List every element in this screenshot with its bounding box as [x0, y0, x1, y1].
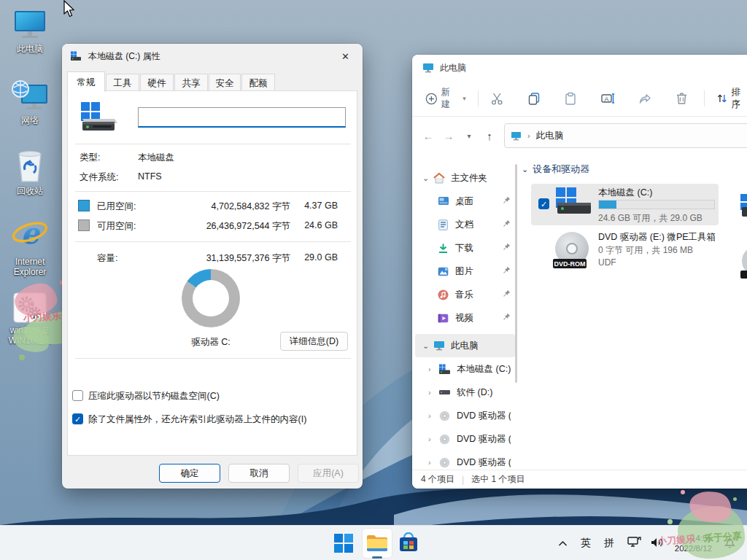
tab-hardware[interactable]: 硬件 [140, 74, 174, 91]
plus-circle-icon [425, 93, 438, 105]
capacity-size: 29.0 GB [287, 252, 338, 262]
desktop-icon-network[interactable]: 网络 [1, 79, 58, 125]
explorer-sidebar: ⌄ 主文件夹 桌面 文档 下载 图片 音乐 [412, 155, 518, 470]
network-icon[interactable] [627, 536, 642, 551]
dialog-titlebar[interactable]: 本地磁盘 (C:) 属性 ✕ [62, 44, 363, 69]
clock-date: 2022/8/12 [675, 543, 712, 553]
desktop-icon-internet-explorer[interactable]: e Internet Explorer [1, 211, 58, 277]
desktop-icon-win11-restore[interactable]: win11恢复 WIN10经... [1, 290, 58, 346]
sidebar-item-drive-f[interactable]: › DVD 驱动器 (F:) [415, 427, 515, 451]
free-space-label: 可用空间: [97, 220, 136, 233]
pin-icon [503, 243, 511, 253]
chevron-collapsed-icon[interactable]: › [428, 411, 438, 420]
desktop-icon-recycle-bin[interactable]: 回收站 [1, 149, 58, 196]
index-checkbox-label[interactable]: 除了文件属性外，还允许索引此驱动器上文件的内容(I) [88, 413, 306, 426]
downloads-icon [437, 242, 449, 254]
sidebar-scrollbar[interactable] [515, 164, 517, 383]
tile-checkbox[interactable]: ✓ [538, 198, 549, 209]
tab-tools[interactable]: 工具 [106, 74, 139, 91]
tab-security[interactable]: 安全 [209, 74, 241, 91]
tab-sharing[interactable]: 共享 [174, 74, 208, 91]
file-explorer-taskbar-button[interactable] [362, 528, 392, 559]
compress-checkbox-label[interactable]: 压缩此驱动器以节约磁盘空间(C) [88, 390, 220, 402]
chevron-collapsed-icon[interactable]: › [428, 365, 438, 373]
dvd-icon [438, 410, 451, 422]
desktop-icon-label: 此电脑 [1, 44, 58, 54]
chevron-expanded-icon[interactable]: ⌄ [422, 341, 433, 351]
desktop-icon-this-pc[interactable]: 此电脑 [1, 7, 58, 54]
sidebar-item-videos[interactable]: 视频 [415, 306, 515, 330]
sidebar-item-label: DVD 驱动器 (F:) [457, 456, 511, 469]
ok-button[interactable]: 确定 [159, 464, 220, 483]
used-space-size: 4.37 GB [287, 201, 338, 211]
sidebar-item-drive-e[interactable]: › DVD 驱动器 (E:) [415, 404, 515, 427]
sidebar-item-pictures[interactable]: 图片 [415, 260, 515, 283]
close-button[interactable]: ✕ [336, 50, 355, 63]
sidebar-item-home[interactable]: ⌄ 主文件夹 [415, 166, 515, 190]
cut-button[interactable] [484, 88, 510, 110]
sidebar-item-drive-c[interactable]: › 本地磁盘 (C:) [415, 357, 515, 381]
new-button[interactable]: 新建 ▾ [419, 82, 472, 115]
volume-icon[interactable] [650, 537, 664, 551]
sidebar-item-downloads[interactable]: 下载 [415, 236, 515, 260]
up-button[interactable]: ↑ [479, 130, 500, 142]
sidebar-item-this-pc[interactable]: ⌄ 此电脑 [415, 334, 515, 357]
copy-button[interactable] [522, 88, 546, 109]
forward-button[interactable]: → [438, 130, 459, 142]
compress-checkbox[interactable] [72, 390, 83, 401]
explorer-statusbar: 4 个项目 | 选中 1 个项目 [412, 470, 747, 489]
notification-bell-icon[interactable]: z [723, 536, 737, 551]
apply-button[interactable]: 应用(A) [298, 464, 359, 483]
sidebar-item-drive-d[interactable]: › 软件 (D:) [415, 381, 515, 404]
chevron-expanded-icon: ⌄ [522, 165, 528, 174]
sidebar-item-drive-overflow[interactable]: › DVD 驱动器 (F:) [415, 451, 515, 470]
group-header[interactable]: ⌄ 设备和驱动器 [522, 163, 589, 176]
breadcrumb[interactable]: › 此电脑 [504, 123, 747, 148]
sidebar-item-desktop[interactable]: 桌面 [415, 190, 515, 213]
chevron-collapsed-icon[interactable]: › [428, 435, 438, 443]
drive-tile-dvd-e[interactable]: DVD-ROM DVD 驱动器 (E:) 微PE工具箱 0 字节 可用，共 19… [531, 228, 719, 272]
free-space-bytes: 26,436,972,544 字节 [181, 220, 290, 233]
rename-button[interactable]: A [595, 88, 621, 109]
cancel-button[interactable]: 取消 [228, 464, 290, 483]
ime-language-indicator[interactable]: 英 [581, 537, 591, 550]
index-checkbox[interactable]: ✓ [72, 413, 83, 424]
tab-quota[interactable]: 配额 [241, 74, 275, 91]
back-button[interactable]: ← [418, 130, 438, 142]
volume-label-input[interactable] [138, 107, 346, 128]
taskbar-clock[interactable]: 14:55 2022/8/12 [675, 533, 712, 553]
partial-drive-icon [739, 190, 747, 219]
tray-chevron-up-icon[interactable] [558, 538, 568, 549]
recent-locations-button[interactable]: ▾ [459, 132, 479, 140]
svg-text:z: z [733, 536, 736, 541]
windows-logo-icon [334, 534, 353, 553]
delete-button[interactable] [670, 88, 694, 109]
chevron-collapsed-icon[interactable]: › [428, 388, 438, 397]
drive-usage-fill [599, 201, 616, 209]
paste-button[interactable] [558, 88, 583, 109]
explorer-titlebar[interactable]: 此电脑 [412, 55, 747, 81]
chevron-collapsed-icon[interactable]: › [428, 458, 438, 467]
music-icon [437, 289, 449, 301]
microsoft-store-taskbar-button[interactable] [397, 532, 420, 555]
type-value: 本地磁盘 [138, 152, 174, 164]
explorer-window-title: 此电脑 [440, 62, 466, 74]
details-button[interactable]: 详细信息(D) [280, 332, 348, 351]
videos-icon [437, 312, 449, 324]
taskbar: 英 拼 14:55 2022/8/12 z [0, 525, 747, 560]
drive-tile-c[interactable]: ✓ 本地磁盘 (C:) 24.6 GB 可用，共 29.0 GB [531, 184, 719, 225]
sidebar-item-music[interactable]: 音乐 [415, 283, 515, 306]
sidebar-item-label: 桌面 [455, 195, 473, 208]
tab-general[interactable]: 常规 [67, 71, 105, 92]
ime-mode-indicator[interactable]: 拼 [604, 537, 614, 550]
share-button[interactable] [632, 88, 658, 109]
recycle-bin-icon [11, 149, 49, 184]
capacity-bytes: 31,139,557,376 字节 [181, 252, 290, 265]
sidebar-item-documents[interactable]: 文档 [415, 213, 515, 236]
sort-button[interactable]: 排序 [711, 82, 747, 115]
this-pc-small-icon [422, 63, 434, 73]
chevron-expanded-icon[interactable]: ⌄ [422, 174, 433, 183]
donut-hole [193, 280, 229, 316]
start-button[interactable] [333, 532, 355, 554]
free-space-size: 24.6 GB [287, 220, 338, 230]
